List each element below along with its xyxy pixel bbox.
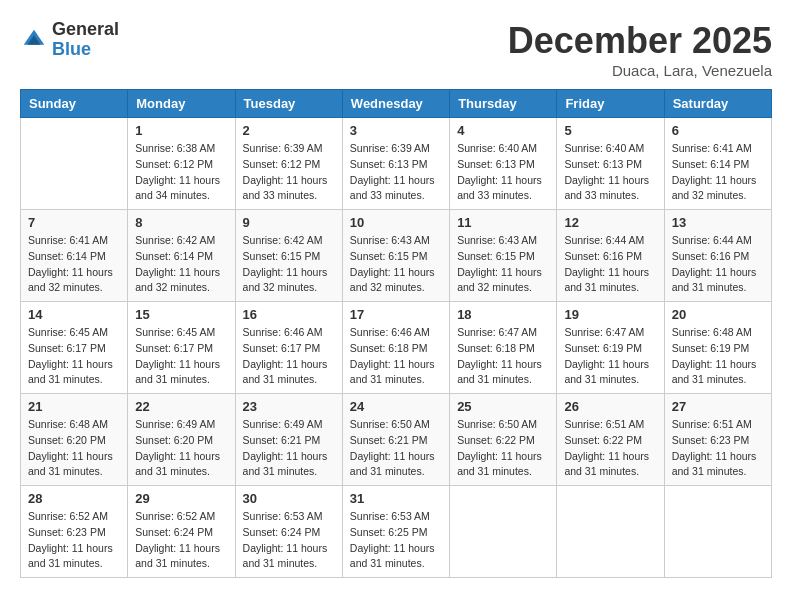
calendar-week-row: 7Sunrise: 6:41 AM Sunset: 6:14 PM Daylig… bbox=[21, 210, 772, 302]
weekday-header: Tuesday bbox=[235, 90, 342, 118]
day-number: 16 bbox=[243, 307, 335, 322]
day-info: Sunrise: 6:45 AM Sunset: 6:17 PM Dayligh… bbox=[135, 325, 227, 388]
day-info: Sunrise: 6:48 AM Sunset: 6:20 PM Dayligh… bbox=[28, 417, 120, 480]
day-number: 6 bbox=[672, 123, 764, 138]
page-header: General Blue December 2025 Duaca, Lara, … bbox=[20, 20, 772, 79]
calendar-day-cell bbox=[557, 486, 664, 578]
day-number: 30 bbox=[243, 491, 335, 506]
calendar-day-cell: 26Sunrise: 6:51 AM Sunset: 6:22 PM Dayli… bbox=[557, 394, 664, 486]
calendar-day-cell: 11Sunrise: 6:43 AM Sunset: 6:15 PM Dayli… bbox=[450, 210, 557, 302]
calendar-day-cell: 18Sunrise: 6:47 AM Sunset: 6:18 PM Dayli… bbox=[450, 302, 557, 394]
calendar-day-cell: 15Sunrise: 6:45 AM Sunset: 6:17 PM Dayli… bbox=[128, 302, 235, 394]
location: Duaca, Lara, Venezuela bbox=[508, 62, 772, 79]
day-info: Sunrise: 6:43 AM Sunset: 6:15 PM Dayligh… bbox=[457, 233, 549, 296]
day-number: 12 bbox=[564, 215, 656, 230]
calendar-day-cell: 30Sunrise: 6:53 AM Sunset: 6:24 PM Dayli… bbox=[235, 486, 342, 578]
day-number: 20 bbox=[672, 307, 764, 322]
day-number: 25 bbox=[457, 399, 549, 414]
day-number: 18 bbox=[457, 307, 549, 322]
day-number: 3 bbox=[350, 123, 442, 138]
day-number: 1 bbox=[135, 123, 227, 138]
day-info: Sunrise: 6:52 AM Sunset: 6:23 PM Dayligh… bbox=[28, 509, 120, 572]
day-number: 23 bbox=[243, 399, 335, 414]
day-info: Sunrise: 6:50 AM Sunset: 6:21 PM Dayligh… bbox=[350, 417, 442, 480]
day-number: 8 bbox=[135, 215, 227, 230]
calendar-day-cell: 8Sunrise: 6:42 AM Sunset: 6:14 PM Daylig… bbox=[128, 210, 235, 302]
weekday-header: Sunday bbox=[21, 90, 128, 118]
calendar-day-cell: 1Sunrise: 6:38 AM Sunset: 6:12 PM Daylig… bbox=[128, 118, 235, 210]
calendar-day-cell: 17Sunrise: 6:46 AM Sunset: 6:18 PM Dayli… bbox=[342, 302, 449, 394]
day-number: 4 bbox=[457, 123, 549, 138]
calendar-day-cell: 10Sunrise: 6:43 AM Sunset: 6:15 PM Dayli… bbox=[342, 210, 449, 302]
day-info: Sunrise: 6:39 AM Sunset: 6:12 PM Dayligh… bbox=[243, 141, 335, 204]
day-info: Sunrise: 6:47 AM Sunset: 6:18 PM Dayligh… bbox=[457, 325, 549, 388]
day-number: 21 bbox=[28, 399, 120, 414]
day-info: Sunrise: 6:46 AM Sunset: 6:18 PM Dayligh… bbox=[350, 325, 442, 388]
calendar-day-cell: 25Sunrise: 6:50 AM Sunset: 6:22 PM Dayli… bbox=[450, 394, 557, 486]
day-info: Sunrise: 6:53 AM Sunset: 6:24 PM Dayligh… bbox=[243, 509, 335, 572]
logo: General Blue bbox=[20, 20, 119, 60]
calendar-day-cell: 5Sunrise: 6:40 AM Sunset: 6:13 PM Daylig… bbox=[557, 118, 664, 210]
calendar-day-cell: 21Sunrise: 6:48 AM Sunset: 6:20 PM Dayli… bbox=[21, 394, 128, 486]
calendar-week-row: 21Sunrise: 6:48 AM Sunset: 6:20 PM Dayli… bbox=[21, 394, 772, 486]
calendar-day-cell: 19Sunrise: 6:47 AM Sunset: 6:19 PM Dayli… bbox=[557, 302, 664, 394]
calendar-day-cell: 13Sunrise: 6:44 AM Sunset: 6:16 PM Dayli… bbox=[664, 210, 771, 302]
calendar-day-cell: 23Sunrise: 6:49 AM Sunset: 6:21 PM Dayli… bbox=[235, 394, 342, 486]
day-info: Sunrise: 6:46 AM Sunset: 6:17 PM Dayligh… bbox=[243, 325, 335, 388]
day-info: Sunrise: 6:41 AM Sunset: 6:14 PM Dayligh… bbox=[672, 141, 764, 204]
calendar-day-cell: 20Sunrise: 6:48 AM Sunset: 6:19 PM Dayli… bbox=[664, 302, 771, 394]
day-info: Sunrise: 6:42 AM Sunset: 6:14 PM Dayligh… bbox=[135, 233, 227, 296]
calendar-day-cell: 12Sunrise: 6:44 AM Sunset: 6:16 PM Dayli… bbox=[557, 210, 664, 302]
day-number: 15 bbox=[135, 307, 227, 322]
day-info: Sunrise: 6:53 AM Sunset: 6:25 PM Dayligh… bbox=[350, 509, 442, 572]
day-number: 2 bbox=[243, 123, 335, 138]
day-number: 22 bbox=[135, 399, 227, 414]
day-info: Sunrise: 6:49 AM Sunset: 6:21 PM Dayligh… bbox=[243, 417, 335, 480]
day-info: Sunrise: 6:40 AM Sunset: 6:13 PM Dayligh… bbox=[457, 141, 549, 204]
logo-blue: Blue bbox=[52, 40, 119, 60]
calendar-day-cell: 27Sunrise: 6:51 AM Sunset: 6:23 PM Dayli… bbox=[664, 394, 771, 486]
day-number: 14 bbox=[28, 307, 120, 322]
day-number: 19 bbox=[564, 307, 656, 322]
calendar-day-cell: 2Sunrise: 6:39 AM Sunset: 6:12 PM Daylig… bbox=[235, 118, 342, 210]
day-info: Sunrise: 6:41 AM Sunset: 6:14 PM Dayligh… bbox=[28, 233, 120, 296]
calendar-week-row: 14Sunrise: 6:45 AM Sunset: 6:17 PM Dayli… bbox=[21, 302, 772, 394]
logo-general: General bbox=[52, 20, 119, 40]
title-block: December 2025 Duaca, Lara, Venezuela bbox=[508, 20, 772, 79]
day-info: Sunrise: 6:43 AM Sunset: 6:15 PM Dayligh… bbox=[350, 233, 442, 296]
calendar-day-cell bbox=[21, 118, 128, 210]
day-info: Sunrise: 6:39 AM Sunset: 6:13 PM Dayligh… bbox=[350, 141, 442, 204]
day-info: Sunrise: 6:52 AM Sunset: 6:24 PM Dayligh… bbox=[135, 509, 227, 572]
calendar-day-cell: 3Sunrise: 6:39 AM Sunset: 6:13 PM Daylig… bbox=[342, 118, 449, 210]
weekday-header: Saturday bbox=[664, 90, 771, 118]
day-info: Sunrise: 6:47 AM Sunset: 6:19 PM Dayligh… bbox=[564, 325, 656, 388]
day-number: 28 bbox=[28, 491, 120, 506]
day-number: 9 bbox=[243, 215, 335, 230]
day-number: 17 bbox=[350, 307, 442, 322]
day-info: Sunrise: 6:45 AM Sunset: 6:17 PM Dayligh… bbox=[28, 325, 120, 388]
day-info: Sunrise: 6:38 AM Sunset: 6:12 PM Dayligh… bbox=[135, 141, 227, 204]
calendar-day-cell: 29Sunrise: 6:52 AM Sunset: 6:24 PM Dayli… bbox=[128, 486, 235, 578]
day-info: Sunrise: 6:44 AM Sunset: 6:16 PM Dayligh… bbox=[564, 233, 656, 296]
logo-icon bbox=[20, 26, 48, 54]
day-info: Sunrise: 6:40 AM Sunset: 6:13 PM Dayligh… bbox=[564, 141, 656, 204]
month-title: December 2025 bbox=[508, 20, 772, 62]
day-number: 26 bbox=[564, 399, 656, 414]
calendar-day-cell: 22Sunrise: 6:49 AM Sunset: 6:20 PM Dayli… bbox=[128, 394, 235, 486]
day-info: Sunrise: 6:48 AM Sunset: 6:19 PM Dayligh… bbox=[672, 325, 764, 388]
day-info: Sunrise: 6:50 AM Sunset: 6:22 PM Dayligh… bbox=[457, 417, 549, 480]
day-info: Sunrise: 6:42 AM Sunset: 6:15 PM Dayligh… bbox=[243, 233, 335, 296]
calendar-day-cell bbox=[450, 486, 557, 578]
calendar-header-row: SundayMondayTuesdayWednesdayThursdayFrid… bbox=[21, 90, 772, 118]
day-number: 13 bbox=[672, 215, 764, 230]
calendar-week-row: 28Sunrise: 6:52 AM Sunset: 6:23 PM Dayli… bbox=[21, 486, 772, 578]
day-number: 7 bbox=[28, 215, 120, 230]
calendar-day-cell: 24Sunrise: 6:50 AM Sunset: 6:21 PM Dayli… bbox=[342, 394, 449, 486]
calendar-day-cell: 7Sunrise: 6:41 AM Sunset: 6:14 PM Daylig… bbox=[21, 210, 128, 302]
calendar-table: SundayMondayTuesdayWednesdayThursdayFrid… bbox=[20, 89, 772, 578]
weekday-header: Thursday bbox=[450, 90, 557, 118]
calendar-day-cell: 31Sunrise: 6:53 AM Sunset: 6:25 PM Dayli… bbox=[342, 486, 449, 578]
day-number: 5 bbox=[564, 123, 656, 138]
calendar-day-cell bbox=[664, 486, 771, 578]
weekday-header: Wednesday bbox=[342, 90, 449, 118]
